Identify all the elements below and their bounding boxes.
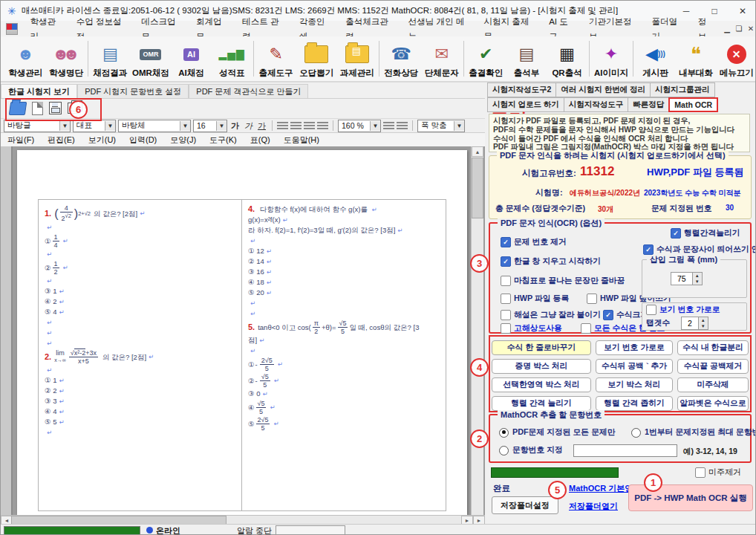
button-space-after-eq[interactable]: 수식뒤 공백 ` 추가: [596, 359, 673, 374]
checkbox-icon[interactable]: [501, 276, 511, 286]
zoom-select[interactable]: 160 %▼: [338, 120, 381, 132]
radio-icon[interactable]: [499, 446, 509, 455]
editor-menu-format[interactable]: 모양(J): [163, 134, 203, 146]
editor-menu-tools[interactable]: 도구(K): [203, 134, 244, 146]
option-clear-hwp[interactable]: 한글 창 지우고 시작하기: [501, 256, 601, 267]
checkbox-icon[interactable]: [587, 294, 597, 304]
vertical-scroll-thumb[interactable]: [472, 158, 483, 218]
radio-all-assigned[interactable]: PDF문제 지정된 모든 문제만: [499, 427, 616, 438]
font-size-select[interactable]: 16▼: [193, 120, 227, 132]
toolbar-group-sms[interactable]: 단체문자: [422, 36, 463, 81]
mdi-restore-button[interactable]: ❏: [733, 25, 745, 33]
toolbar-ai-grading[interactable]: AI채점: [171, 36, 212, 81]
align-right-icon[interactable]: [317, 122, 328, 130]
tab-count-spinner[interactable]: 2 ▲▼: [681, 317, 708, 330]
button-selected-area-box[interactable]: 선택한영역 박스 처리: [492, 377, 591, 392]
option-paste-explanation[interactable]: 해설은 그냥 잘라 붙이기: [501, 310, 601, 320]
spinner-down-icon[interactable]: ▼: [693, 279, 702, 285]
tab-exam-tool[interactable]: 시험지작성도구: [564, 97, 629, 112]
line-spacing-increase-icon[interactable]: [383, 122, 394, 130]
italic-button[interactable]: 가: [243, 120, 254, 132]
radio-icon[interactable]: [499, 428, 509, 438]
line-spacing-decrease-icon[interactable]: [397, 122, 408, 130]
align-justify-icon[interactable]: [277, 122, 288, 130]
mdi-close-button[interactable]: ✕: [745, 25, 756, 33]
option-hwp-register[interactable]: HWP 파일 등록: [501, 294, 569, 304]
checkbox-icon[interactable]: [646, 305, 656, 315]
tab-hwp-exam-view[interactable]: 한글 시험지 보기: [1, 84, 77, 98]
image-width-spinner[interactable]: 75 ▲▼: [671, 272, 703, 285]
checkbox-icon[interactable]: [501, 237, 511, 247]
editor-menu-file[interactable]: 파일(F): [1, 134, 41, 146]
checkbox-icon[interactable]: [643, 244, 654, 255]
editor-menu-help[interactable]: 도움말(H): [277, 134, 326, 146]
underline-button[interactable]: 가: [256, 120, 267, 132]
button-view-box[interactable]: 보기 박스 처리: [596, 377, 673, 392]
button-view-number-horizontal[interactable]: 보기 번호 가로로: [596, 340, 673, 355]
checkbox-icon[interactable]: [501, 310, 511, 320]
option-high-resolution[interactable]: 고해상도사용: [501, 323, 562, 334]
option-remove-endnote[interactable]: 미주제거: [695, 467, 741, 478]
checkbox-icon[interactable]: [695, 467, 706, 478]
option-view-number-horizontal[interactable]: 보기 번호 가로로: [646, 305, 720, 315]
checkbox-icon[interactable]: [501, 256, 511, 267]
toolbar-menu-off[interactable]: 메뉴끄기: [716, 36, 756, 81]
editor-menu-input[interactable]: 입력(D): [123, 134, 163, 146]
checkbox-icon[interactable]: [501, 294, 511, 304]
button-proof-box[interactable]: 증명 박스 처리: [492, 359, 591, 374]
toolbar-qr-attendance[interactable]: QR출석: [547, 36, 587, 81]
button-split-korean-in-eq[interactable]: 수식 내 한글분리: [677, 340, 749, 355]
editor-menu-view[interactable]: 보기(U): [82, 134, 123, 146]
document-page[interactable]: 1. ( 4 2√2 )2+√2 의 값은? [2점] ① 14 ②: [17, 150, 467, 515]
tab-batch-organize[interactable]: 여러 시험지 한번에 정리: [555, 82, 651, 97]
spinner-up-icon[interactable]: ▲: [699, 317, 708, 323]
option-no-space[interactable]: 수식과 문장사이 띄어쓰기 안함: [643, 244, 756, 255]
button-save-folder-settings[interactable]: 저장폴더설정: [492, 496, 558, 514]
paragraph-style-select[interactable]: 바탕글▼: [4, 120, 71, 132]
close-button[interactable]: ✕: [729, 1, 756, 21]
toolbar-internal-chat[interactable]: 내부대화: [676, 36, 717, 81]
toolbar-bulletin-board[interactable]: 게시판: [635, 36, 676, 81]
button-alphabet-to-eq[interactable]: 알파벳은 수식으로: [677, 396, 749, 411]
style-preset-select[interactable]: 대표▼: [73, 120, 116, 132]
vertical-scrollbar[interactable]: ▲: [471, 146, 483, 515]
radio-icon[interactable]: [631, 428, 641, 438]
tab-pdf-question-number[interactable]: PDF 시험지 문항번호 설정: [77, 84, 189, 98]
option-row-gap-increase[interactable]: 행렬간격늘리기: [671, 228, 740, 239]
button-remove-eq-trailing-space[interactable]: 수식끝 공백제거: [677, 359, 749, 374]
button-eq-one-line[interactable]: 수식 한 줄로바꾸기: [492, 340, 591, 355]
toolbar-exam-tool[interactable]: 출제도구: [255, 36, 296, 81]
tab-exam-group[interactable]: 시험지그룹관리: [650, 82, 715, 97]
align-left-icon[interactable]: [290, 122, 302, 130]
toolbar-phone-consult[interactable]: 전화상담: [381, 36, 422, 81]
bold-button[interactable]: 가: [229, 120, 241, 132]
radio-max-number[interactable]: 1번부터 문제지정된 최대 문항번호: [631, 427, 756, 438]
checkbox-icon[interactable]: [501, 323, 511, 334]
toolbar-grading-results[interactable]: 채점결과: [90, 36, 131, 81]
spinner-up-icon[interactable]: ▲: [693, 273, 702, 279]
toolbar-ai-image[interactable]: AI이미지: [591, 36, 632, 81]
option-period-linebreak[interactable]: 마침표로 끝나는 문장만 줄바꿈: [501, 276, 625, 286]
align-center-icon[interactable]: [304, 122, 315, 130]
toolbar-attendance-book[interactable]: 출석부: [506, 36, 547, 81]
link-open-save-folder[interactable]: 저장폴더열기: [569, 501, 618, 512]
spinner-down-icon[interactable]: ▼: [699, 323, 708, 329]
toolbar-student-list[interactable]: 학생명단: [46, 36, 87, 81]
toolbar-wrong-answer[interactable]: 오답뽑기: [296, 36, 337, 81]
toolbar-report-card[interactable]: 성적표: [212, 36, 252, 81]
editor-menu-edit[interactable]: 편집(E): [41, 134, 82, 146]
font-select[interactable]: 바탕체▼: [118, 120, 191, 132]
tab-quick-answer[interactable]: 빠른정답: [628, 97, 669, 112]
custom-numbers-input[interactable]: [573, 444, 677, 457]
toolbar-homework[interactable]: 과제관리: [337, 36, 378, 81]
tab-math-ocr[interactable]: Math OCR: [668, 97, 718, 112]
mdi-minimize-button[interactable]: ▁: [721, 25, 733, 33]
button-delete-endnote[interactable]: 미주삭제: [677, 377, 749, 392]
tab-pdf-to-multiple-choice[interactable]: PDF 문제 객관식으로 만들기: [189, 84, 308, 98]
checkbox-icon[interactable]: [671, 228, 681, 239]
toolbar-attendance-check[interactable]: 출결확인: [466, 36, 506, 81]
button-row-gap-increase[interactable]: 행렬 간격 늘리기: [492, 396, 591, 411]
toolbar-omr-grading[interactable]: OMR채점: [131, 36, 172, 81]
tab-exam-tool-2[interactable]: 시험지작성도구2: [487, 82, 556, 97]
scroll-up-icon[interactable]: ▲: [472, 146, 483, 157]
